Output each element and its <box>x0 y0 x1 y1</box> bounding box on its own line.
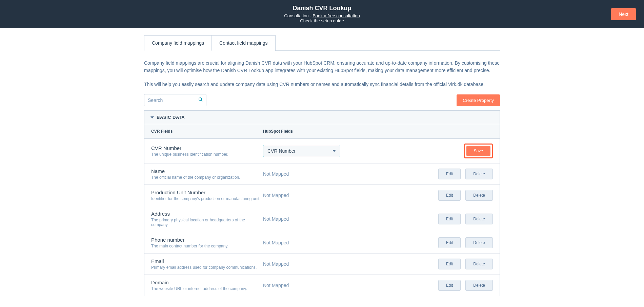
create-property-button[interactable]: Create Property <box>457 94 500 106</box>
section-title: BASIC DATA <box>157 115 185 120</box>
table-row: EmailPrimary email address used for comp… <box>144 254 500 275</box>
table-row: AddressThe primary physical location or … <box>144 206 500 232</box>
delete-button[interactable]: Delete <box>465 214 493 224</box>
chevron-down-icon <box>333 150 336 152</box>
edit-button[interactable]: Edit <box>438 214 461 224</box>
field-name: Production Unit Number <box>151 190 263 195</box>
delete-button[interactable]: Delete <box>465 169 493 179</box>
tab-company-mappings[interactable]: Company field mappings <box>144 35 212 51</box>
hubspot-field-select[interactable]: CVR Number <box>263 145 340 157</box>
chevron-down-icon <box>150 116 154 118</box>
tabs: Company field mappings Contact field map… <box>144 35 500 50</box>
delete-button[interactable]: Delete <box>465 280 493 291</box>
not-mapped-label: Not Mapped <box>263 283 289 288</box>
field-name: Domain <box>151 280 263 285</box>
svg-point-0 <box>199 98 202 101</box>
section-basic-data[interactable]: BASIC DATA <box>144 110 500 124</box>
field-desc: Identifier for the company's production … <box>151 196 263 201</box>
table-row: DomainThe website URL or internet addres… <box>144 275 500 296</box>
not-mapped-label: Not Mapped <box>263 193 289 198</box>
edit-button[interactable]: Edit <box>438 169 461 179</box>
table-row: Production Unit NumberIdentifier for the… <box>144 185 500 206</box>
col-hubspot-fields: HubSpot Fields <box>263 129 378 134</box>
field-name: Phone number <box>151 237 263 243</box>
field-name: CVR Number <box>151 145 263 151</box>
page-title: Danish CVR Lookup <box>284 5 360 12</box>
table-row: NameThe official name of the company or … <box>144 163 500 185</box>
field-name: Address <box>151 211 263 217</box>
field-desc: The website URL or internet address of t… <box>151 286 263 291</box>
save-highlight: Save <box>464 144 493 158</box>
mappings-table: CVR Fields HubSpot Fields CVR NumberThe … <box>144 124 500 296</box>
select-value: CVR Number <box>267 148 296 154</box>
setup-line: Check the setup guide <box>284 18 360 23</box>
not-mapped-label: Not Mapped <box>263 216 289 222</box>
save-button[interactable]: Save <box>466 146 490 156</box>
table-row: Phone numberThe main contact number for … <box>144 232 500 254</box>
intro-paragraph-2: This will help you easily search and upd… <box>144 81 500 88</box>
field-desc: Primary email address used for company c… <box>151 265 263 270</box>
col-cvr-fields: CVR Fields <box>151 129 263 134</box>
edit-button[interactable]: Edit <box>438 259 461 269</box>
consultation-line: Consultation - Book a free consultation <box>284 13 360 18</box>
delete-button[interactable]: Delete <box>465 259 493 269</box>
not-mapped-label: Not Mapped <box>263 171 289 177</box>
search-wrap <box>144 94 206 106</box>
edit-button[interactable]: Edit <box>438 237 461 248</box>
field-name: Name <box>151 168 263 174</box>
edit-button[interactable]: Edit <box>438 280 461 291</box>
delete-button[interactable]: Delete <box>465 190 493 201</box>
edit-button[interactable]: Edit <box>438 190 461 201</box>
tab-contact-mappings[interactable]: Contact field mappings <box>212 35 275 51</box>
intro-paragraph-1: Company field mappings are crucial for a… <box>144 59 500 74</box>
field-desc: The primary physical location or headqua… <box>151 218 263 227</box>
field-desc: The official name of the company or orga… <box>151 175 263 180</box>
svg-line-1 <box>201 100 203 102</box>
consultation-prefix: Consultation - <box>284 13 313 18</box>
table-row: CVR NumberThe unique business identifica… <box>144 139 500 163</box>
check-prefix: Check the <box>300 18 321 23</box>
not-mapped-label: Not Mapped <box>263 261 289 267</box>
field-name: Email <box>151 258 263 264</box>
next-button[interactable]: Next <box>611 8 636 20</box>
page-header: Danish CVR Lookup Consultation - Book a … <box>0 0 644 28</box>
book-consultation-link[interactable]: Book a free consultation <box>313 13 360 18</box>
search-icon <box>198 97 203 103</box>
delete-button[interactable]: Delete <box>465 237 493 248</box>
field-desc: The unique business identification numbe… <box>151 152 263 157</box>
field-desc: The main contact number for the company. <box>151 244 263 248</box>
search-input[interactable] <box>144 94 206 106</box>
not-mapped-label: Not Mapped <box>263 240 289 245</box>
setup-guide-link[interactable]: setup guide <box>321 18 344 23</box>
